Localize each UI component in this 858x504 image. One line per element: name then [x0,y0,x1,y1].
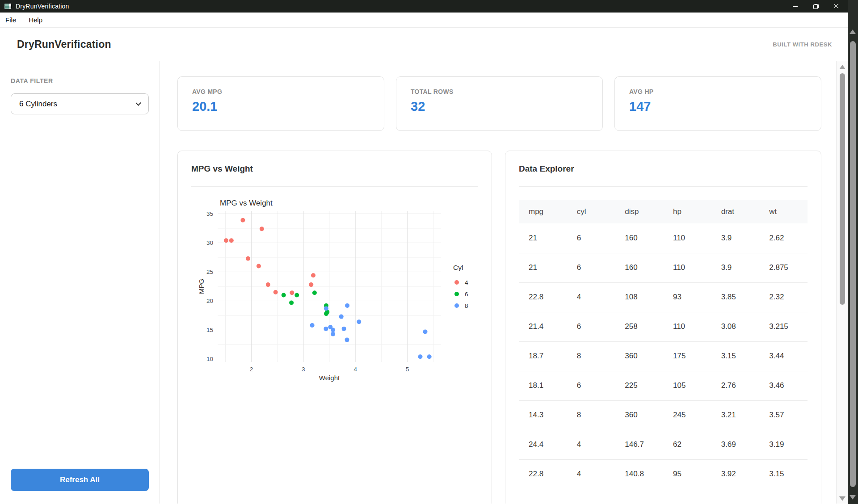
y-tick-label: 25 [206,269,213,275]
table-cell: 160 [615,223,663,253]
column-header-hp: hp [663,200,711,223]
table-row: 2161601103.92.875 [519,253,808,282]
titlebar: DryRunVerification [0,0,858,13]
table-cell: 2.76 [711,371,760,400]
table-cell: 22.8 [519,282,567,312]
cylinder-filter-select[interactable]: 6 Cylinders [11,93,149,114]
chevron-down-icon [135,100,141,106]
legend-swatch-6 [454,292,459,296]
table-cell: 360 [615,400,663,430]
menu-help[interactable]: Help [29,16,42,24]
scatter-point-cyl8 [310,323,315,328]
y-tick-label: 10 [206,356,213,362]
menu-file[interactable]: File [5,16,16,24]
table-cell: 93 [663,282,711,312]
table-cell: 21 [519,253,567,282]
scatter-point-cyl4 [266,282,270,287]
scatter-plot: 2345101520253035MPG vs WeightWeightMPGCy… [198,197,484,385]
scatter-point-cyl4 [240,218,245,223]
scatter-point-cyl6 [324,311,328,316]
table-cell: 62 [663,430,711,459]
table-row: 24.44146.7623.693.19 [519,430,808,459]
triangle-up-icon[interactable] [850,29,856,34]
table-cell: 3.85 [711,282,760,312]
table-cell: 225 [615,371,663,400]
table-cell: 4 [567,459,615,489]
window-scrollbar[interactable] [848,0,858,504]
sidebar: DATA FILTER 6 Cylinders Refresh All [0,61,160,504]
content-scrollbar-thumb[interactable] [840,73,845,305]
column-header-disp: disp [615,200,663,223]
table-row: 2161601103.92.62 [519,223,808,253]
triangle-up-icon[interactable] [839,65,845,69]
table-cell: 140.8 [615,459,663,489]
scatter-point-cyl6 [282,293,286,298]
table-cell: 21.4 [519,312,567,341]
table-cell: 22.8 [519,459,567,489]
data-explorer-card: Data Explorer mpgcyldisphpdratwt 2161601… [505,151,821,504]
table-cell: 4 [567,430,615,459]
scatter-point-cyl8 [324,306,328,311]
stat-value: 147 [629,99,807,114]
table-row: 22.84108933.852.32 [519,282,808,312]
table-cell: 18.7 [519,341,567,371]
chart-card-title: MPG vs Weight [191,164,253,174]
data-card-header: Data Explorer [519,151,808,187]
table-cell: 3.57 [759,400,808,430]
x-tick-label: 4 [353,366,357,373]
table-cell: 110 [663,312,711,341]
table-cell: 95 [663,459,711,489]
table-cell: 3.92 [711,459,760,489]
x-axis-label: Weight [319,374,340,382]
table-cell: 4 [567,282,615,312]
table-cell: 3.15 [759,459,808,489]
scatter-point-cyl8 [339,315,344,319]
triangle-down-icon[interactable] [839,496,845,501]
table-cell: 160 [615,253,663,282]
restore-button[interactable] [805,0,826,13]
refresh-all-button[interactable]: Refresh All [11,469,149,491]
chart-card-header: MPG vs Weight [191,151,478,187]
x-tick-label: 3 [302,366,305,373]
table-cell: 14.3 [519,400,567,430]
table-cell: 108 [615,282,663,312]
minimize-button[interactable] [785,0,805,13]
x-tick-label: 5 [406,366,409,373]
window-scrollbar-thumb[interactable] [850,41,856,487]
table-body: 2161601103.92.622161601103.92.87522.8410… [519,223,808,489]
table-cell: 3.19 [759,430,808,459]
table-cell: 8 [567,400,615,430]
stat-label: AVG MPG [192,88,370,95]
titlebar-title: DryRunVerification [16,3,69,10]
y-axis-label: MPG [198,279,205,294]
table-cell: 3.21 [711,400,760,430]
table-cell: 24.4 [519,430,567,459]
stat-card-avg-hp: AVG HP 147 [614,76,821,131]
legend-label: 8 [465,302,468,309]
legend-label: 6 [465,291,468,298]
close-button[interactable] [826,0,846,13]
minimize-icon [793,6,798,7]
plot-title: MPG vs Weight [220,199,273,207]
scatter-point-cyl8 [345,303,349,308]
table-cell: 110 [663,253,711,282]
x-tick-label: 2 [250,366,253,373]
scatter-point-cyl8 [324,327,328,331]
scatter-point-cyl4 [224,238,228,243]
window-controls [785,0,846,13]
data-table: mpgcyldisphpdratwt 2161601103.92.6221616… [519,200,808,489]
triangle-down-icon[interactable] [850,495,856,500]
y-tick-label: 15 [206,327,213,333]
table-cell: 18.1 [519,371,567,400]
table-cell: 3.08 [711,312,760,341]
table-cell: 3.9 [711,253,760,282]
scatter-point-cyl4 [246,256,250,261]
stat-label: TOTAL ROWS [411,88,588,95]
stat-cards-row: AVG MPG 20.1 TOTAL ROWS 32 AVG HP 147 [177,76,821,131]
table-cell: 360 [615,341,663,371]
scatter-point-cyl4 [273,290,278,294]
table-cell: 6 [567,371,615,400]
content-scrollbar[interactable] [836,61,848,504]
scatter-point-cyl4 [260,227,264,231]
scatter-point-cyl4 [229,238,234,243]
